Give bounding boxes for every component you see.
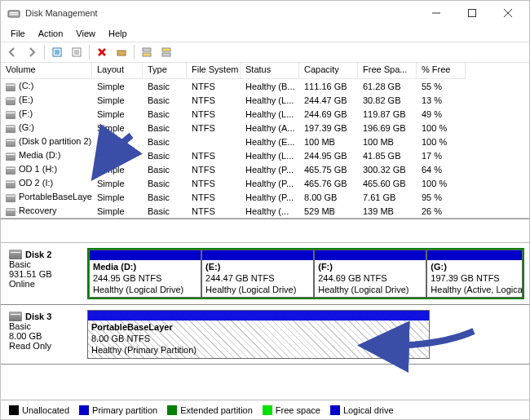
col-layout[interactable]: Layout (92, 63, 143, 79)
part-health: Healthy (Primary Partition) (91, 345, 197, 355)
volume-free: 196.69 GB (358, 123, 417, 133)
volume-row[interactable]: (G:)SimpleBasicNTFSHealthy (A...197.39 G… (1, 121, 529, 135)
splitter[interactable] (1, 219, 529, 243)
volume-type: Basic (143, 82, 187, 91)
disk-row-3[interactable]: Disk 3 Basic 8.00 GB Read Only PortableB… (1, 305, 529, 364)
volume-status: Healthy (L... (241, 95, 299, 105)
refresh-button[interactable] (48, 43, 66, 61)
volume-free: 30.82 GB (358, 95, 417, 105)
volume-name: Media (D:) (19, 150, 60, 160)
menubar: File Action View Help (1, 25, 529, 42)
volume-fs: NTFS (187, 82, 241, 91)
delete-button[interactable] (93, 43, 111, 61)
svg-rect-4 (469, 10, 476, 17)
volume-list-header: Volume Layout Type File System Status Ca… (1, 63, 529, 79)
volume-row[interactable]: (F:)SimpleBasicNTFSHealthy (L...244.69 G… (1, 107, 529, 121)
drive-icon (6, 194, 15, 202)
volume-fs: NTFS (187, 109, 241, 119)
col-volume[interactable]: Volume (1, 63, 92, 79)
partition-f[interactable]: (F:) 244.69 GB NTFS Healthy (Logical Dri… (314, 250, 426, 298)
volume-status: Healthy (E... (241, 137, 299, 147)
volume-layout: Simple (92, 192, 143, 202)
disk-info: Disk 2 Basic 931.51 GB Online (6, 248, 87, 299)
partition-portablebaselayer[interactable]: PortableBaseLayer 8.00 GB NTFS Healthy (… (87, 310, 430, 358)
volume-name: PortableBaseLayer (19, 192, 92, 201)
disk-status: Online (9, 279, 84, 289)
extended-partition: Media (D:) 244.95 GB NTFS Healthy (Logic… (87, 248, 524, 299)
partition-e[interactable]: (E:) 244.47 GB NTFS Healthy (Logical Dri… (201, 250, 314, 298)
maximize-button[interactable] (454, 2, 490, 24)
volume-free: 119.87 GB (358, 109, 417, 119)
volume-pctfree: 100 % (417, 179, 466, 188)
app-icon (7, 7, 20, 20)
layout-top-button[interactable] (138, 43, 156, 61)
col-status[interactable]: Status (241, 63, 299, 79)
volume-name: (Disk 0 partition 2) (19, 136, 91, 146)
volume-status: Healthy (A... (241, 123, 299, 133)
col-capacity[interactable]: Capacity (299, 63, 358, 79)
properties-button[interactable] (68, 43, 86, 61)
volume-pctfree: 26 % (417, 206, 466, 216)
volume-layout: Simple (92, 151, 143, 161)
disk-props-button[interactable] (113, 43, 130, 61)
volume-capacity: 197.39 GB (299, 123, 358, 133)
volume-type: Basic (143, 109, 187, 119)
volume-row[interactable]: OD 1 (H:)SimpleBasicNTFSHealthy (P...465… (1, 162, 529, 176)
part-name: (E:) (205, 262, 220, 272)
menu-action[interactable]: Action (32, 27, 70, 40)
volume-capacity: 244.69 GB (299, 109, 358, 119)
legend-logical: Logical drive (343, 405, 394, 415)
partition-d[interactable]: Media (D:) 244.95 GB NTFS Healthy (Logic… (89, 250, 201, 298)
volume-row[interactable]: PortableBaseLayerSimpleBasicNTFSHealthy … (1, 190, 529, 204)
volume-free: 139 MB (358, 206, 417, 216)
volume-type: Basic (143, 137, 187, 147)
col-type[interactable]: Type (143, 63, 187, 79)
volume-row[interactable]: Media (D:)SimpleBasicNTFSHealthy (L...24… (1, 148, 529, 162)
menu-help[interactable]: Help (102, 27, 134, 40)
volume-type: Basic (143, 179, 187, 188)
part-health: Healthy (Logical Drive) (318, 285, 409, 294)
volume-row[interactable]: (Disk 0 partition 2)SimpleBasicHealthy (… (1, 135, 529, 148)
volume-free: 61.28 GB (358, 82, 417, 91)
volume-pctfree: 17 % (417, 151, 466, 161)
volume-row[interactable]: (E:)SimpleBasicNTFSHealthy (L...244.47 G… (1, 93, 529, 107)
volume-free: 7.61 GB (358, 192, 417, 202)
volume-status: Healthy (... (241, 206, 299, 216)
volume-row[interactable]: OD 2 (I:)SimpleBasicNTFSHealthy (P...465… (1, 176, 529, 190)
volume-name: (G:) (19, 122, 34, 132)
col-filesystem[interactable]: File System (187, 63, 241, 79)
volume-capacity: 465.75 GB (299, 165, 358, 175)
menu-file[interactable]: File (4, 27, 32, 40)
toolbar (1, 42, 529, 63)
volume-free: 100 MB (358, 137, 417, 147)
minimize-button[interactable] (418, 2, 454, 24)
svg-rect-16 (143, 48, 151, 51)
layout-bottom-button[interactable] (157, 43, 175, 61)
volume-pctfree: 55 % (417, 82, 466, 91)
legend: Unallocated Primary partition Extended p… (1, 400, 529, 419)
volume-row[interactable]: RecoverySimpleBasicNTFSHealthy (...529 M… (1, 204, 529, 218)
volume-name: Recovery (19, 206, 56, 215)
partition-g[interactable]: (G:) 197.39 GB NTFS Healthy (Active, Log… (426, 250, 523, 298)
disk-size: 8.00 GB (9, 331, 84, 341)
drive-icon (6, 208, 15, 216)
menu-view[interactable]: View (69, 27, 102, 40)
volume-layout: Simple (92, 137, 143, 147)
disk-row-2[interactable]: Disk 2 Basic 931.51 GB Online Media (D:)… (1, 243, 529, 305)
volume-pctfree: 95 % (417, 192, 466, 202)
drive-icon (6, 97, 15, 105)
window-title: Disk Management (25, 8, 418, 18)
volume-fs: NTFS (187, 123, 241, 133)
graphical-view: Disk 2 Basic 931.51 GB Online Media (D:)… (1, 243, 529, 365)
close-button[interactable] (490, 2, 526, 24)
back-button[interactable] (3, 43, 21, 61)
volume-name: (E:) (19, 95, 33, 104)
col-pctfree[interactable]: % Free (417, 63, 466, 79)
part-sub: 244.47 GB NTFS (205, 273, 274, 283)
volume-layout: Simple (92, 123, 143, 133)
volume-row[interactable]: (C:)SimpleBasicNTFSHealthy (B...111.16 G… (1, 79, 529, 93)
col-free[interactable]: Free Spa... (358, 63, 417, 79)
part-health: Healthy (Logical Drive) (205, 285, 296, 294)
volume-type: Basic (143, 123, 187, 133)
forward-button[interactable] (23, 43, 41, 61)
